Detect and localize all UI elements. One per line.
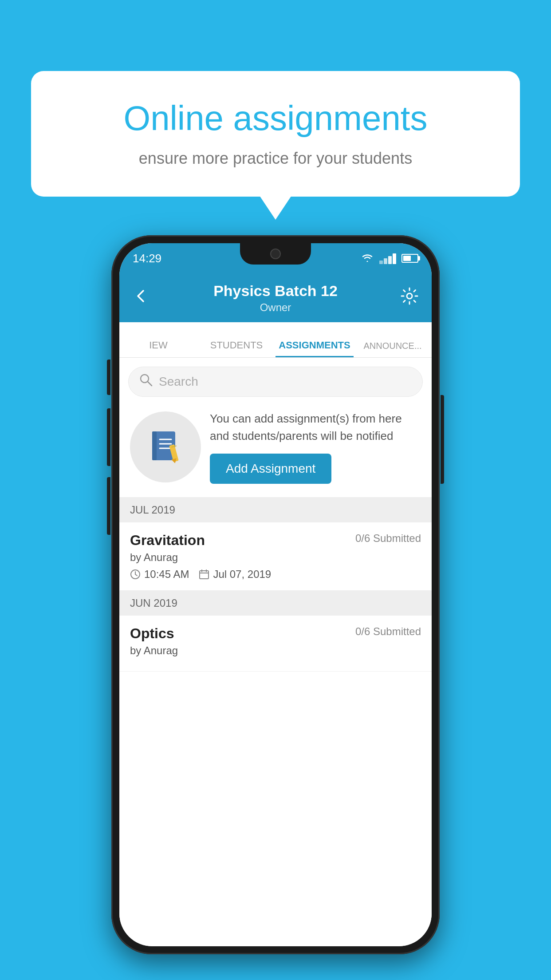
phone-screen: 14:29: [119, 243, 432, 946]
calendar-icon: [199, 569, 209, 580]
promo-block: You can add assignment(s) from here and …: [119, 397, 432, 498]
section-jul-2019: JUL 2019: [119, 498, 432, 522]
volume-down-button2[interactable]: [107, 477, 110, 535]
volume-down-button[interactable]: [107, 408, 110, 466]
speech-bubble-container: Online assignments ensure more practice …: [31, 71, 520, 197]
status-time: 14:29: [133, 252, 161, 265]
svg-rect-14: [200, 571, 209, 579]
settings-button[interactable]: [393, 286, 419, 310]
svg-line-13: [135, 574, 137, 576]
tab-announcements[interactable]: ANNOUNCE...: [354, 341, 432, 357]
notch: [240, 243, 311, 265]
speech-bubble-subtitle: ensure more practice for your students: [62, 149, 489, 168]
section-jul-label: JUL 2019: [130, 504, 175, 516]
phone: 14:29: [111, 235, 440, 954]
tab-assignments[interactable]: ASSIGNMENTS: [276, 340, 354, 357]
meta-date: Jul 07, 2019: [199, 568, 271, 581]
tab-bar: IEW STUDENTS ASSIGNMENTS ANNOUNCE...: [119, 322, 432, 358]
speech-bubble: Online assignments ensure more practice …: [31, 71, 520, 197]
speech-bubble-title: Online assignments: [62, 98, 489, 139]
header-title: Physics Batch 12: [158, 282, 393, 300]
back-button[interactable]: [132, 287, 158, 309]
signal-icon: [379, 253, 396, 264]
power-button[interactable]: [441, 395, 444, 484]
promo-text-area: You can add assignment(s) from here and …: [210, 410, 421, 484]
tab-iew[interactable]: IEW: [119, 340, 197, 357]
assignment-row1: Gravitation 0/6 Submitted: [130, 532, 421, 549]
assignment-date: Jul 07, 2019: [213, 568, 271, 581]
section-jun-2019: JUN 2019: [119, 591, 432, 616]
assignment-name-gravitation: Gravitation: [130, 532, 205, 549]
assignment-row1-optics: Optics 0/6 Submitted: [130, 625, 421, 642]
assignment-submitted-gravitation: 0/6 Submitted: [355, 532, 421, 545]
app-header: Physics Batch 12 Owner: [119, 273, 432, 322]
assignment-optics[interactable]: Optics 0/6 Submitted by Anurag: [119, 616, 432, 672]
meta-time: 10:45 AM: [130, 568, 189, 581]
status-icons: [361, 253, 418, 264]
volume-up-button[interactable]: [107, 360, 110, 395]
assignment-meta-gravitation: 10:45 AM Jul 07, 2019: [130, 568, 421, 581]
battery-fill: [403, 256, 411, 261]
search-icon: [139, 373, 153, 390]
svg-rect-4: [152, 431, 157, 460]
clock-icon: [130, 569, 141, 580]
svg-point-0: [407, 293, 412, 299]
assignment-time: 10:45 AM: [144, 568, 189, 581]
header-center: Physics Batch 12 Owner: [158, 282, 393, 314]
assignment-by-optics: by Anurag: [130, 644, 421, 657]
battery-icon: [401, 254, 418, 263]
notebook-icon: [146, 427, 185, 467]
assignment-submitted-optics: 0/6 Submitted: [355, 625, 421, 638]
wifi-icon: [361, 253, 374, 264]
add-assignment-button[interactable]: Add Assignment: [210, 454, 331, 484]
section-jun-label: JUN 2019: [130, 597, 177, 609]
assignment-name-optics: Optics: [130, 625, 174, 642]
tab-students[interactable]: STUDENTS: [197, 340, 276, 357]
header-subtitle: Owner: [158, 301, 393, 314]
content-area: Search: [119, 358, 432, 946]
assignment-by-gravitation: by Anurag: [130, 551, 421, 564]
assignment-gravitation[interactable]: Gravitation 0/6 Submitted by Anurag 10:4…: [119, 522, 432, 591]
promo-description: You can add assignment(s) from here and …: [210, 410, 421, 445]
svg-line-2: [148, 382, 152, 386]
search-placeholder: Search: [159, 375, 198, 389]
search-bar[interactable]: Search: [128, 367, 423, 397]
front-camera: [270, 249, 281, 259]
promo-icon-circle: [130, 411, 201, 482]
